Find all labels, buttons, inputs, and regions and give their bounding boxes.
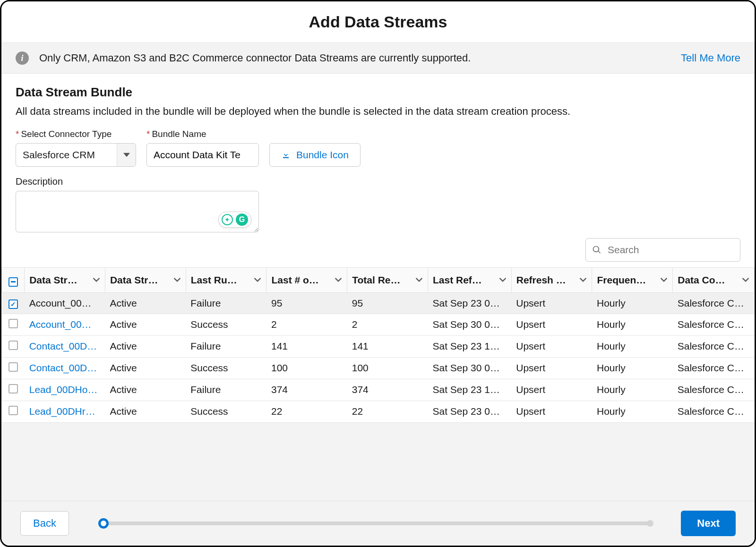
modal-header: Add Data Streams <box>1 1 755 43</box>
section-description: All data streams included in the bundle … <box>16 105 740 118</box>
table-cell: 95 <box>266 292 347 314</box>
table-cell: Active <box>105 335 186 357</box>
table-cell: Hourly <box>592 401 673 422</box>
chevron-down-icon <box>173 274 181 286</box>
chevron-down-icon <box>117 144 136 166</box>
table-row[interactable]: Account_00…ActiveFailure9595Sat Sep 23 0… <box>2 292 755 314</box>
table-cell: Success <box>186 314 266 335</box>
data-streams-table: Data Str… Data Str… Last Ru… Last # o… T… <box>1 267 755 501</box>
table-cell: Salesforce C… <box>673 357 755 379</box>
column-header[interactable]: Data Str… <box>25 268 105 293</box>
table-cell: 95 <box>347 292 428 314</box>
table-cell: Salesforce C… <box>673 401 755 422</box>
row-checkbox[interactable] <box>9 362 18 372</box>
table-cell: Hourly <box>592 357 673 379</box>
table-cell: Hourly <box>592 335 673 357</box>
grammarly-widget[interactable]: ✦ G <box>218 212 251 228</box>
table-cell: Upsert <box>511 401 592 422</box>
column-header[interactable]: Data Co… <box>673 268 755 293</box>
table-cell: 100 <box>266 357 347 379</box>
tell-me-more-link[interactable]: Tell Me More <box>681 52 740 64</box>
table-cell: 141 <box>266 335 347 357</box>
table-row[interactable]: Contact_00D…ActiveSuccess100100Sat Sep 3… <box>2 357 755 379</box>
data-stream-name-cell[interactable]: Contact_00D… <box>25 357 105 379</box>
info-message: Only CRM, Amazon S3 and B2C Commerce con… <box>39 52 471 64</box>
search-icon <box>592 245 601 255</box>
row-checkbox[interactable] <box>9 406 18 415</box>
column-header[interactable]: Total Re… <box>347 268 428 293</box>
table-cell: 2 <box>347 314 428 335</box>
column-header[interactable]: Last Ru… <box>186 268 266 293</box>
required-star-icon: * <box>146 129 150 139</box>
bundle-icon-button[interactable]: Bundle Icon <box>269 143 361 167</box>
bundle-name-input[interactable] <box>146 143 259 167</box>
table-cell: Success <box>186 401 266 422</box>
table-cell: Active <box>105 314 186 335</box>
chevron-down-icon <box>415 274 423 286</box>
table-cell: Hourly <box>592 314 673 335</box>
column-header[interactable]: Last # o… <box>266 268 347 293</box>
back-button[interactable]: Back <box>20 511 69 536</box>
table-cell: Active <box>105 379 186 401</box>
table-cell: Sat Sep 23 0… <box>428 292 511 314</box>
select-all-checkbox[interactable] <box>9 277 18 287</box>
column-header[interactable]: Last Ref… <box>428 268 511 293</box>
search-input[interactable] <box>585 238 740 262</box>
table-row[interactable]: Account_00…ActiveSuccess22Sat Sep 30 0…U… <box>2 314 755 335</box>
connector-type-select[interactable]: Salesforce CRM <box>16 143 136 167</box>
table-cell: Upsert <box>511 292 592 314</box>
next-button[interactable]: Next <box>681 511 736 536</box>
data-stream-name-cell[interactable]: Lead_00DHr… <box>25 401 105 422</box>
row-checkbox[interactable] <box>9 384 18 393</box>
table-cell: Upsert <box>511 314 592 335</box>
table-row[interactable]: Lead_00DHr…ActiveSuccess2222Sat Sep 23 0… <box>2 401 755 422</box>
page-title: Add Data Streams <box>1 13 755 31</box>
row-checkbox[interactable] <box>9 299 18 309</box>
column-header[interactable]: Frequen… <box>592 268 673 293</box>
column-header[interactable]: Refresh … <box>511 268 592 293</box>
progress-step-current <box>98 518 109 529</box>
connector-type-field: *Select Connector Type Salesforce CRM <box>16 129 136 167</box>
info-banner: i Only CRM, Amazon S3 and B2C Commerce c… <box>1 43 755 74</box>
row-checkbox[interactable] <box>9 341 18 350</box>
data-stream-name-cell: Account_00… <box>25 292 105 314</box>
data-stream-name-cell[interactable]: Lead_00DHo… <box>25 379 105 401</box>
search-field <box>585 238 740 262</box>
chevron-down-icon <box>254 274 261 286</box>
table-cell: Sat Sep 23 0… <box>428 401 511 422</box>
table-cell: 22 <box>347 401 428 422</box>
table-row[interactable]: Lead_00DHo…ActiveFailure374374Sat Sep 23… <box>2 379 755 401</box>
table-cell: Active <box>105 401 186 422</box>
table-cell: Hourly <box>592 379 673 401</box>
table-cell: 22 <box>266 401 347 422</box>
chevron-down-icon <box>335 274 342 286</box>
chevron-down-icon <box>660 274 668 286</box>
table-cell: Sat Sep 30 0… <box>428 357 511 379</box>
row-checkbox[interactable] <box>9 319 18 328</box>
bundle-name-label: *Bundle Name <box>146 129 259 139</box>
grammarly-suggest-icon: ✦ <box>222 214 233 225</box>
table-cell: Failure <box>186 335 266 357</box>
connector-type-value: Salesforce CRM <box>23 149 95 161</box>
table-cell: 374 <box>347 379 428 401</box>
table-cell: Sat Sep 23 1… <box>428 335 511 357</box>
description-label: Description <box>16 176 740 187</box>
info-icon: i <box>16 51 29 65</box>
bundle-name-field: *Bundle Name <box>146 129 259 167</box>
data-stream-name-cell[interactable]: Contact_00D… <box>25 335 105 357</box>
table-cell: Upsert <box>511 357 592 379</box>
table-row[interactable]: Contact_00D…ActiveFailure141141Sat Sep 2… <box>2 335 755 357</box>
chevron-down-icon <box>499 274 507 286</box>
table-cell: Failure <box>186 292 266 314</box>
chevron-down-icon <box>579 274 587 286</box>
table-cell: Upsert <box>511 379 592 401</box>
table-cell: Sat Sep 23 1… <box>428 379 511 401</box>
grammarly-logo-icon: G <box>236 214 248 226</box>
data-stream-name-cell[interactable]: Account_00… <box>25 314 105 335</box>
table-cell: Salesforce C… <box>673 335 755 357</box>
progress-step-upcoming <box>647 520 653 527</box>
connector-type-label: *Select Connector Type <box>16 129 136 139</box>
column-header[interactable]: Data Str… <box>105 268 186 293</box>
progress-track <box>99 521 651 525</box>
table-cell: Salesforce C… <box>673 292 755 314</box>
